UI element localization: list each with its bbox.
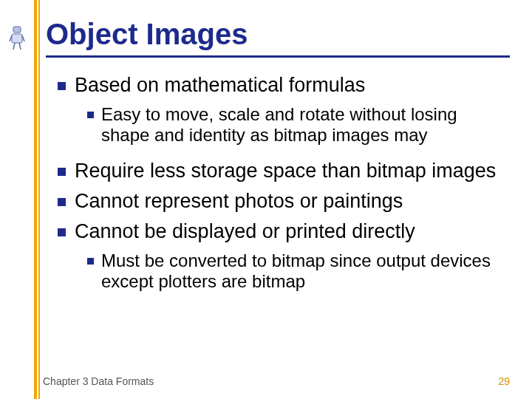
robot-icon (9, 25, 25, 50)
content-area: Based on mathematical formulas Easy to m… (58, 74, 510, 292)
bullet-level1: Based on mathematical formulas (58, 74, 510, 97)
bullet-level1: Require less storage space than bitmap i… (58, 160, 510, 183)
bullet-level2: Must be converted to bitmap since output… (87, 250, 510, 291)
svg-rect-1 (12, 34, 22, 43)
square-bullet-icon (58, 82, 66, 90)
square-bullet-icon (87, 258, 94, 265)
svg-rect-0 (13, 27, 21, 33)
slide: Object Images Based on mathematical form… (0, 0, 532, 399)
svg-line-3 (19, 43, 21, 50)
vertical-rule-thin (38, 0, 40, 399)
bullet-text: Based on mathematical formulas (75, 74, 365, 97)
square-bullet-icon (58, 168, 66, 176)
slide-title: Object Images (46, 18, 510, 51)
vertical-rule (34, 0, 37, 399)
bullet-text: Easy to move, scale and rotate without l… (101, 104, 510, 145)
svg-line-2 (13, 43, 15, 50)
square-bullet-icon (87, 112, 94, 118)
square-bullet-icon (58, 198, 66, 206)
bullet-text: Require less storage space than bitmap i… (75, 160, 496, 183)
bullet-level2: Easy to move, scale and rotate without l… (87, 104, 510, 145)
bullet-text: Cannot be displayed or printed directly (75, 220, 415, 243)
bullet-text: Cannot represent photos or paintings (75, 190, 403, 213)
footer: Chapter 3 Data Formats 29 (43, 375, 510, 387)
title-underline (46, 55, 510, 58)
square-bullet-icon (58, 228, 66, 236)
bullet-level1: Cannot be displayed or printed directly (58, 220, 510, 243)
bullet-text: Must be converted to bitmap since output… (101, 250, 510, 291)
page-number: 29 (498, 375, 510, 387)
footer-chapter: Chapter 3 Data Formats (43, 375, 154, 387)
bullet-level1: Cannot represent photos or paintings (58, 190, 510, 213)
